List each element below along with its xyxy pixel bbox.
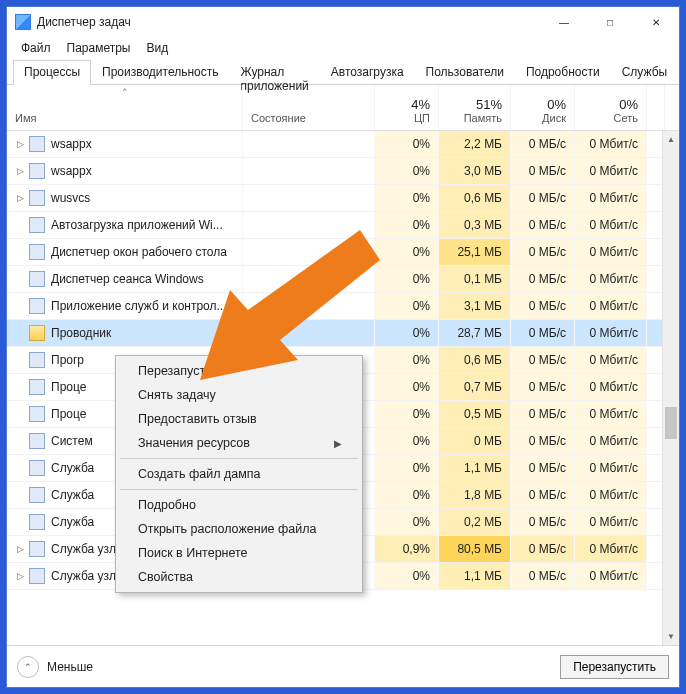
col-memory[interactable]: 51% Память [439, 85, 511, 130]
tab-performance[interactable]: Производительность [91, 60, 229, 85]
process-name-cell[interactable]: ▷wusvcs [7, 185, 243, 211]
chevron-up-icon: ⌃ [24, 662, 32, 672]
context-menu-item[interactable]: Поиск в Интернете [118, 541, 360, 565]
process-row[interactable]: Автозагрузка приложений Wi...0%0,3 МБ0 М… [7, 212, 679, 239]
process-name: Проводник [51, 326, 111, 340]
state-cell [243, 293, 375, 319]
expand-icon[interactable]: ▷ [13, 139, 27, 149]
gear-icon [29, 487, 45, 503]
cpu-cell: 0% [375, 455, 439, 481]
process-name-cell[interactable]: Диспетчер сеанса Windows [7, 266, 243, 292]
process-name: Проце [51, 407, 86, 421]
tab-services[interactable]: Службы [611, 60, 678, 85]
tab-details[interactable]: Подробности [515, 60, 611, 85]
context-menu-item[interactable]: Создать файл дампа [118, 462, 360, 486]
context-menu-item[interactable]: Подробно [118, 493, 360, 517]
gear-icon [29, 541, 45, 557]
disk-cell: 0 МБ/с [511, 428, 575, 454]
col-network[interactable]: 0% Сеть [575, 85, 647, 130]
process-row[interactable]: ▷wsappx0%2,2 МБ0 МБ/с0 Мбит/с [7, 131, 679, 158]
context-menu-item[interactable]: Свойства [118, 565, 360, 589]
expand-icon[interactable]: ▷ [13, 193, 27, 203]
cpu-cell: 0% [375, 347, 439, 373]
memory-cell: 28,7 МБ [439, 320, 511, 346]
process-name-cell[interactable]: Диспетчер окон рабочего стола [7, 239, 243, 265]
disk-cell: 0 МБ/с [511, 131, 575, 157]
cpu-cell: 0,9% [375, 536, 439, 562]
context-menu-item[interactable]: Значения ресурсов▶ [118, 431, 360, 455]
process-name-cell[interactable]: Автозагрузка приложений Wi... [7, 212, 243, 238]
process-row[interactable]: Диспетчер окон рабочего стола0%25,1 МБ0 … [7, 239, 679, 266]
cpu-cell: 0% [375, 563, 439, 589]
memory-cell: 0,3 МБ [439, 212, 511, 238]
gear-icon [29, 163, 45, 179]
close-button[interactable]: ✕ [633, 7, 679, 37]
disk-cell: 0 МБ/с [511, 293, 575, 319]
app-icon [29, 244, 45, 260]
gear-icon [29, 136, 45, 152]
col-name[interactable]: ⌃ Имя [7, 85, 243, 130]
process-name-cell[interactable]: Проводник [7, 320, 243, 346]
context-menu-item[interactable]: Предоставить отзыв [118, 407, 360, 431]
minimize-button[interactable]: — [541, 7, 587, 37]
context-menu-item[interactable]: Перезапустить [118, 359, 360, 383]
context-menu-label: Открыть расположение файла [138, 522, 317, 536]
gear-icon [29, 190, 45, 206]
scroll-up-icon[interactable]: ▲ [663, 131, 679, 148]
tab-processes[interactable]: Процессы [13, 60, 91, 85]
process-row[interactable]: Проводник0%28,7 МБ0 МБ/с0 Мбит/с [7, 320, 679, 347]
restart-button[interactable]: Перезапустить [560, 655, 669, 679]
process-row[interactable]: ▷wusvcs0%0,6 МБ0 МБ/с0 Мбит/с [7, 185, 679, 212]
process-name: Служба [51, 515, 94, 529]
col-disk[interactable]: 0% Диск [511, 85, 575, 130]
column-headers: ⌃ Имя Состояние 4% ЦП 51% Память 0% Диск… [7, 85, 679, 131]
network-cell: 0 Мбит/с [575, 455, 647, 481]
sort-indicator-icon: ⌃ [121, 87, 129, 97]
app-icon [15, 14, 31, 30]
gear-icon [29, 460, 45, 476]
memory-cell: 0,5 МБ [439, 401, 511, 427]
menu-file[interactable]: Файл [13, 39, 59, 57]
vertical-scrollbar[interactable]: ▲ ▼ [662, 131, 679, 645]
disk-cell: 0 МБ/с [511, 185, 575, 211]
expand-icon[interactable]: ▷ [13, 544, 27, 554]
network-cell: 0 Мбит/с [575, 509, 647, 535]
menu-view[interactable]: Вид [138, 39, 176, 57]
process-name: Проце [51, 380, 86, 394]
network-cell: 0 Мбит/с [575, 482, 647, 508]
col-cpu[interactable]: 4% ЦП [375, 85, 439, 130]
network-cell: 0 Мбит/с [575, 536, 647, 562]
process-row[interactable]: Приложение служб и контрол...0%3,1 МБ0 М… [7, 293, 679, 320]
fewer-details-button[interactable]: ⌃ [17, 656, 39, 678]
process-name-cell[interactable]: ▷wsappx [7, 158, 243, 184]
tab-users[interactable]: Пользователи [415, 60, 515, 85]
context-menu-item[interactable]: Открыть расположение файла [118, 517, 360, 541]
process-name-cell[interactable]: ▷wsappx [7, 131, 243, 157]
cpu-cell: 0% [375, 401, 439, 427]
process-name-cell[interactable]: Приложение служб и контрол... [7, 293, 243, 319]
tab-app-history[interactable]: Журнал приложений [230, 60, 320, 85]
context-menu-label: Поиск в Интернете [138, 546, 248, 560]
tab-startup[interactable]: Автозагрузка [320, 60, 415, 85]
network-cell: 0 Мбит/с [575, 212, 647, 238]
menu-options[interactable]: Параметры [59, 39, 139, 57]
memory-cell: 0,6 МБ [439, 347, 511, 373]
memory-cell: 3,0 МБ [439, 158, 511, 184]
expand-icon[interactable]: ▷ [13, 571, 27, 581]
scroll-down-icon[interactable]: ▼ [663, 628, 679, 645]
process-name: Приложение служб и контрол... [51, 299, 227, 313]
disk-cell: 0 МБ/с [511, 374, 575, 400]
context-menu-item[interactable]: Снять задачу [118, 383, 360, 407]
process-row[interactable]: ▷wsappx0%3,0 МБ0 МБ/с0 Мбит/с [7, 158, 679, 185]
process-name: Служба [51, 488, 94, 502]
scroll-thumb[interactable] [665, 407, 677, 439]
state-cell [243, 131, 375, 157]
expand-icon[interactable]: ▷ [13, 166, 27, 176]
cpu-cell: 0% [375, 239, 439, 265]
scroll-track[interactable] [663, 148, 679, 628]
process-row[interactable]: Диспетчер сеанса Windows0%0,1 МБ0 МБ/с0 … [7, 266, 679, 293]
titlebar[interactable]: Диспетчер задач — □ ✕ [7, 7, 679, 37]
memory-cell: 2,2 МБ [439, 131, 511, 157]
maximize-button[interactable]: □ [587, 7, 633, 37]
fewer-details-label[interactable]: Меньше [47, 660, 93, 674]
